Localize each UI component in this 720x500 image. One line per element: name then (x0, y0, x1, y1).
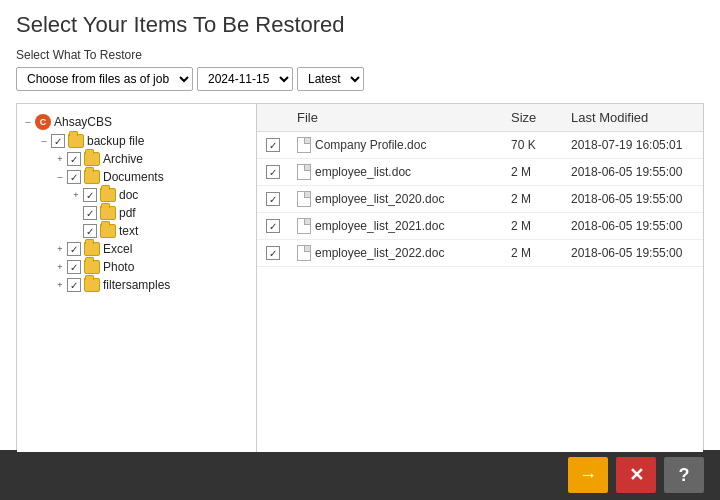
tree-node-excel: + Excel (53, 240, 252, 258)
col-header-file: File (289, 104, 503, 132)
folder-icon-doc (100, 188, 116, 202)
row-name-cell: employee_list_2021.doc (289, 213, 503, 240)
row-checkbox-cell[interactable] (257, 159, 289, 186)
row-size-cell: 70 K (503, 132, 563, 159)
col-header-check (257, 104, 289, 132)
tree-node-backup-file: – backup file (37, 132, 252, 150)
table-row: employee_list.doc 2 M 2018-06-05 19:55:0… (257, 159, 703, 186)
file-icon (297, 245, 311, 261)
expander-excel[interactable]: + (53, 242, 67, 256)
expander-archive[interactable]: + (53, 152, 67, 166)
folder-icon-pdf (100, 206, 116, 220)
checkbox-pdf[interactable] (83, 206, 97, 220)
row-checkbox-cell[interactable] (257, 132, 289, 159)
checkbox-doc[interactable] (83, 188, 97, 202)
checkbox-excel[interactable] (67, 242, 81, 256)
file-icon (297, 164, 311, 180)
file-icon (297, 191, 311, 207)
date-dropdown[interactable]: 2024-11-15 (197, 67, 293, 91)
file-row-checkbox[interactable] (266, 219, 280, 233)
page-title: Select Your Items To Be Restored (16, 12, 704, 38)
content-area: – C AhsayCBS – backup file + (16, 103, 704, 453)
row-name-cell: employee_list_2020.doc (289, 186, 503, 213)
file-table-body: Company Profile.doc 70 K 2018-07-19 16:0… (257, 132, 703, 267)
tree-panel: – C AhsayCBS – backup file + (17, 104, 257, 452)
row-modified-cell: 2018-06-05 19:55:00 (563, 186, 703, 213)
row-size-cell: 2 M (503, 159, 563, 186)
next-button[interactable]: → (568, 457, 608, 493)
row-checkbox-cell[interactable] (257, 240, 289, 267)
label-filtersamples: filtersamples (103, 278, 170, 292)
expander-documents[interactable]: – (53, 170, 67, 184)
folder-icon-photo (84, 260, 100, 274)
label-documents: Documents (103, 170, 164, 184)
source-dropdown[interactable]: Choose from files as of job Choose from … (16, 67, 193, 91)
file-icon (297, 218, 311, 234)
row-name-cell: Company Profile.doc (289, 132, 503, 159)
label-pdf: pdf (119, 206, 136, 220)
close-button[interactable]: ✕ (616, 457, 656, 493)
file-table: File Size Last Modified Company Profile.… (257, 104, 703, 267)
tree-node-documents: – Documents (53, 168, 252, 186)
tree-node-pdf: pdf (69, 204, 252, 222)
help-button[interactable]: ? (664, 457, 704, 493)
checkbox-photo[interactable] (67, 260, 81, 274)
file-row-checkbox[interactable] (266, 165, 280, 179)
label-excel: Excel (103, 242, 132, 256)
label-photo: Photo (103, 260, 134, 274)
row-modified-cell: 2018-06-05 19:55:00 (563, 213, 703, 240)
checkbox-text[interactable] (83, 224, 97, 238)
tree-node-root: – C AhsayCBS (21, 112, 252, 132)
label-text: text (119, 224, 138, 238)
file-row-checkbox[interactable] (266, 246, 280, 260)
file-name: employee_list_2021.doc (315, 219, 444, 233)
expander-photo[interactable]: + (53, 260, 67, 274)
folder-icon-text (100, 224, 116, 238)
row-checkbox-cell[interactable] (257, 186, 289, 213)
bottom-bar: → ✕ ? (0, 450, 720, 500)
root-label: AhsayCBS (54, 115, 112, 129)
main-content: Select Your Items To Be Restored Select … (0, 0, 720, 450)
tree-children-root: – backup file + Archive – (21, 132, 252, 294)
checkbox-archive[interactable] (67, 152, 81, 166)
table-row: employee_list_2020.doc 2 M 2018-06-05 19… (257, 186, 703, 213)
row-size-cell: 2 M (503, 240, 563, 267)
row-name-cell: employee_list_2022.doc (289, 240, 503, 267)
table-row: employee_list_2022.doc 2 M 2018-06-05 19… (257, 240, 703, 267)
checkbox-filtersamples[interactable] (67, 278, 81, 292)
file-name-container: employee_list.doc (297, 164, 495, 180)
file-name: Company Profile.doc (315, 138, 426, 152)
folder-icon-backup-file (68, 134, 84, 148)
file-name-container: Company Profile.doc (297, 137, 495, 153)
row-checkbox-cell[interactable] (257, 213, 289, 240)
label-archive: Archive (103, 152, 143, 166)
row-size-cell: 2 M (503, 186, 563, 213)
file-name: employee_list_2022.doc (315, 246, 444, 260)
tree-node-filtersamples: + filtersamples (53, 276, 252, 294)
checkbox-backup-file[interactable] (51, 134, 65, 148)
file-name-container: employee_list_2022.doc (297, 245, 495, 261)
expander-root[interactable]: – (21, 115, 35, 129)
controls-row: Choose from files as of job Choose from … (16, 67, 704, 91)
col-header-size: Size (503, 104, 563, 132)
tree-children-backup-file: + Archive – Documents (37, 150, 252, 294)
table-row: employee_list_2021.doc 2 M 2018-06-05 19… (257, 213, 703, 240)
file-icon (297, 137, 311, 153)
root-icon: C (35, 114, 51, 130)
checkbox-documents[interactable] (67, 170, 81, 184)
file-panel: File Size Last Modified Company Profile.… (257, 104, 703, 452)
file-name-container: employee_list_2020.doc (297, 191, 495, 207)
expander-doc[interactable]: + (69, 188, 83, 202)
folder-icon-archive (84, 152, 100, 166)
expander-backup-file[interactable]: – (37, 134, 51, 148)
file-row-checkbox[interactable] (266, 138, 280, 152)
tree-node-doc: + doc (69, 186, 252, 204)
file-row-checkbox[interactable] (266, 192, 280, 206)
label-backup-file: backup file (87, 134, 144, 148)
section-label: Select What To Restore (16, 48, 704, 62)
row-modified-cell: 2018-06-05 19:55:00 (563, 240, 703, 267)
folder-icon-excel (84, 242, 100, 256)
expander-filtersamples[interactable]: + (53, 278, 67, 292)
tree-node-archive: + Archive (53, 150, 252, 168)
version-dropdown[interactable]: Latest (297, 67, 364, 91)
